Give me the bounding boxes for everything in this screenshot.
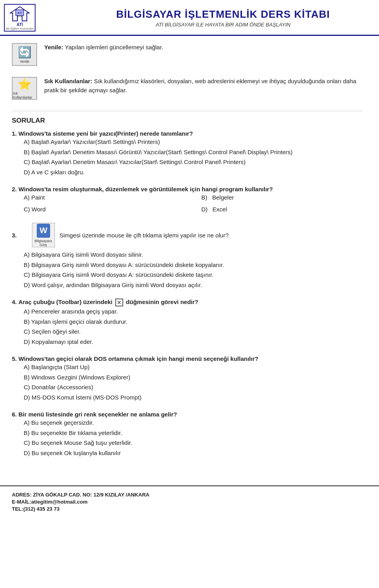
question-4: 4. Araç çubuğu (Toolbar) üzerindeki ✕ dü… xyxy=(12,299,363,347)
question-5: 5. Windows'tan geçici olarak DOS ortamın… xyxy=(12,355,363,402)
sik-label: Sık Kullanılanlar xyxy=(13,91,36,99)
q2-answer-row-2: C) Word D) Excel xyxy=(24,204,363,215)
q4-title: Araç çubuğu (Toolbar) üzerindeki xyxy=(19,299,114,305)
content-area: 🔄 Yenile Yenile: Yapılan işlemleri günce… xyxy=(0,36,379,474)
q6-title-line: 6. Bir menü listesinde gri renk seçenekl… xyxy=(12,411,363,418)
q6-title: Bir menü listesinde gri renk seçenekler … xyxy=(19,411,177,418)
q2-answers: A) Paint B) Belgeler C) Word D) Excel xyxy=(24,192,363,214)
svg-text:W: W xyxy=(39,226,47,235)
question-2: 2. Windows'ta resim oluşturmak, düzenlem… xyxy=(12,186,363,214)
header-title-area: BİLGİSAYAR İŞLETMENLİK DERS KİTABI ATİ B… xyxy=(75,8,371,28)
q3-answer-c: C) Bilgisayara Giriş isimli Word dosyası… xyxy=(24,270,363,280)
logo-svg: ATİ xyxy=(9,5,30,22)
logo-name: ATİ xyxy=(17,22,23,27)
q5-answer-d: D) MS-DOS Komut İstemi (MS-DOS Prompt) xyxy=(24,392,363,403)
svg-rect-2 xyxy=(18,15,21,17)
q6-answer-a: A) Bu seçenek geçersizdir. xyxy=(24,418,363,428)
q4-answer-b: B) Yapılan işlemi geçici olarak durdurur… xyxy=(24,317,363,327)
q1-number: 1. xyxy=(12,130,17,137)
q3-answers: A) Bilgisayara Giriş isimli Word dosyası… xyxy=(24,250,363,290)
page-header: ATİ ATİ Ati Eğitim Kurumları BİLGİSAYAR … xyxy=(0,0,379,36)
footer-phone: TEL:(312) 435 23 73 xyxy=(12,506,367,512)
q3-header-line: 3. W BilgisayaraGiriş Simgesi üzerinde m… xyxy=(12,223,363,247)
q5-answer-c: C) Donatılar (Accessories) xyxy=(24,382,363,392)
q1-title: Windows'ta sisteme yeni bir yazıcı(Print… xyxy=(19,130,193,137)
q6-answers: A) Bu seçenek geçersizdir. B) Bu seçenek… xyxy=(24,418,363,458)
sik-icon-box: ⭐ Sık Kullanılanlar xyxy=(12,77,37,100)
q1-answers: A) Başlat\ Ayarlar\ Yazıcılar(Start\ Set… xyxy=(24,137,363,177)
q4-number: 4. xyxy=(12,299,17,305)
logo-subname: Ati Eğitim Kurumları xyxy=(6,27,34,30)
q5-answer-a: A) Başlangıçta (Start Up) xyxy=(24,362,363,372)
question-6: 6. Bir menü listesinde gri renk seçenekl… xyxy=(12,411,363,458)
q3-question-text: Simgesi üzerinde mouse ile çift tıklama … xyxy=(60,232,229,239)
sik-section: ⭐ Sık Kullanılanlar Sık Kullanılanlar: S… xyxy=(12,77,363,104)
q5-title: Windows'tan geçici olarak DOS ortamına ç… xyxy=(19,355,259,362)
q2-answer-a: A) Paint xyxy=(24,192,186,203)
footer-address: ADRES: ZİYA GÖKALP CAD. NO: 12/9 KIZILAY… xyxy=(12,492,367,498)
q3-answer-b: B) Bilgisayara Giriş isimli Word dosyası… xyxy=(24,260,363,270)
q3-icon-label: BilgisayaraGiriş xyxy=(35,239,52,247)
yenile-text: Yenile: Yapılan işlemleri güncellemeyi s… xyxy=(44,43,363,52)
q6-answer-b: B) Bu seçenekte Bir tıklama yeterlidir. xyxy=(24,428,363,438)
q6-answer-c: C) Bu seçenek Mouse Sağ tuşu yeterlidir. xyxy=(24,438,363,448)
q4-answers: A) Pencereler arasında geçiş yapar. B) Y… xyxy=(24,306,363,347)
footer-email: E-MAİL:atiegitim@hotmail.com xyxy=(12,499,367,505)
q2-answer-d: D) Excel xyxy=(201,204,363,215)
q1-title-line: 1. Windows'ta sisteme yeni bir yazıcı(Pr… xyxy=(12,130,363,137)
header-subtitle: ATİ BİLGİSAYAR İLE HAYATA BİR ADIM ÖNDE … xyxy=(75,22,371,28)
q5-answers: A) Başlangıçta (Start Up) B) Windows Gez… xyxy=(24,362,363,402)
q1-answer-d: D) A ve C şıkları doğru. xyxy=(24,167,363,177)
yenile-icon-box: 🔄 Yenile xyxy=(12,43,37,66)
q5-number: 5. xyxy=(12,355,17,362)
logo-area: ATİ ATİ Ati Eğitim Kurumları xyxy=(4,4,75,32)
q1-answer-c: C) Başlat\ Ayarlar\ Denetim Masası\ Yazı… xyxy=(24,157,363,167)
yenile-title: Yenile: xyxy=(44,44,63,50)
q2-answer-c: C) Word xyxy=(24,204,186,215)
q3-answer-d: D) Word çalışır, ardından Bilgisayara Gi… xyxy=(24,280,363,290)
q5-answer-b: B) Windows Gezgini (Windows Explorer) xyxy=(24,372,363,383)
q5-title-line: 5. Windows'tan geçici olarak DOS ortamın… xyxy=(12,355,363,362)
footer: ADRES: ZİYA GÖKALP CAD. NO: 12/9 KIZILAY… xyxy=(0,485,379,517)
q4-answer-a: A) Pencereler arasında geçiş yapar. xyxy=(24,306,363,317)
q4-answer-c: C) Seçilen öğeyi siler. xyxy=(24,327,363,337)
q2-title-line: 2. Windows'ta resim oluşturmak, düzenlem… xyxy=(12,186,363,192)
q6-answer-d: D) Bu seçenek Ok tuşlarıyla kullanılır xyxy=(24,448,363,458)
q1-answer-b: B) Başlat\ Ayarlar\ Denetim Masası\ Görü… xyxy=(24,147,363,157)
q4-answer-d: D) Kopyalamayı iptal eder. xyxy=(24,337,363,347)
question-3: 3. W BilgisayaraGiriş Simgesi üzerinde m… xyxy=(12,223,363,290)
x-button-icon: ✕ xyxy=(115,299,123,306)
q6-number: 6. xyxy=(12,411,17,418)
svg-text:ATİ: ATİ xyxy=(17,11,22,15)
q2-title: Windows'ta resim oluşturmak, düzenlemek … xyxy=(19,186,273,192)
q3-word-icon: W xyxy=(36,223,51,238)
sik-text: Sık Kullanılanlar: Sık kullandığımız kla… xyxy=(44,77,363,95)
q3-icon-box: W BilgisayaraGiriş xyxy=(32,223,55,247)
sorular-header: SORULAR xyxy=(12,117,363,125)
yenile-section: 🔄 Yenile Yenile: Yapılan işlemleri günce… xyxy=(12,43,363,70)
main-title: BİLGİSAYAR İŞLETMENLİK DERS KİTABI xyxy=(75,8,371,21)
q4-title-after: düğmesinin görevi nedir? xyxy=(126,299,198,305)
sik-title: Sık Kullanılanlar: xyxy=(44,78,92,84)
yenile-label: Yenile xyxy=(20,60,29,63)
q3-answer-a: A) Bilgisayara Giriş isimli Word dosyası… xyxy=(24,250,363,260)
q2-answer-row-1: A) Paint B) Belgeler xyxy=(24,192,363,203)
logo-box: ATİ ATİ Ati Eğitim Kurumları xyxy=(4,4,36,32)
yenile-desc: Yapılan işlemleri güncellemeyi sağlar. xyxy=(65,44,163,50)
q2-answer-b: B) Belgeler xyxy=(201,192,363,203)
q1-answer-a: A) Başlat\ Ayarlar\ Yazıcılar(Start\ Set… xyxy=(24,137,363,147)
question-1: 1. Windows'ta sisteme yeni bir yazıcı(Pr… xyxy=(12,130,363,177)
divider-1 xyxy=(12,111,363,111)
q4-title-line: 4. Araç çubuğu (Toolbar) üzerindeki ✕ dü… xyxy=(12,299,363,306)
q3-number: 3. xyxy=(12,232,17,239)
q2-number: 2. xyxy=(12,186,17,192)
